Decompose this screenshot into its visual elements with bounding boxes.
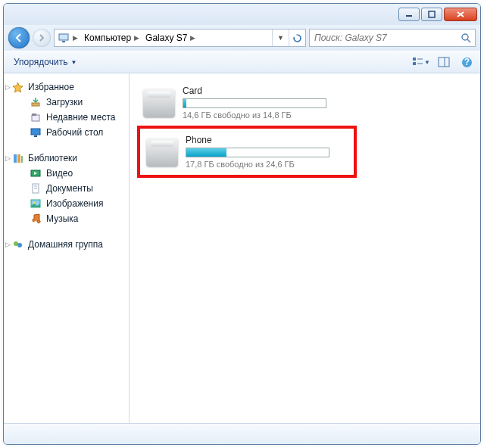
svg-rect-23 (21, 156, 23, 163)
homegroup-icon (11, 238, 23, 250)
svg-rect-4 (59, 34, 68, 40)
usage-bar (186, 148, 329, 157)
drive-name: Phone (186, 135, 348, 145)
organize-label: Упорядочить (14, 57, 67, 67)
help-button[interactable]: ? (457, 54, 476, 70)
preview-pane-button[interactable] (435, 54, 453, 70)
drive-info: Card 14,6 ГБ свободно из 14,8 ГБ (183, 86, 351, 120)
svg-rect-21 (14, 154, 17, 163)
address-bar[interactable]: ▶ Компьютер ▶ Galaxy S7 ▶ ▼ (54, 29, 306, 47)
arrow-right-icon (37, 33, 46, 42)
drive-card[interactable]: Card 14,6 ГБ свободно из 14,8 ГБ (137, 79, 357, 126)
favorites-group: ▷ Избранное Загрузки Недавние места Ра (4, 79, 129, 140)
star-icon (11, 81, 23, 93)
video-icon (30, 167, 42, 179)
item-label: Загрузки (46, 97, 83, 107)
homegroup-group: ▷ Домашняя группа (4, 237, 129, 252)
svg-rect-12 (439, 58, 449, 67)
libraries-header[interactable]: ▷ Библиотеки (4, 151, 129, 166)
homegroup-label: Домашняя группа (28, 239, 103, 250)
refresh-button[interactable] (289, 30, 305, 46)
chevron-right-icon: ▶ (190, 34, 195, 42)
usage-bar (183, 98, 326, 108)
chevron-down-icon: ▼ (70, 59, 77, 66)
chevron-right-icon: ▶ (73, 34, 78, 42)
minimize-icon (405, 11, 413, 18)
chevron-down-icon: ▼ (424, 59, 430, 66)
view-options-button[interactable]: ▼ (412, 54, 430, 70)
item-label: Видео (46, 168, 73, 179)
svg-rect-9 (413, 62, 416, 65)
refresh-icon (292, 33, 302, 43)
item-label: Музыка (46, 213, 78, 224)
close-button[interactable] (444, 8, 477, 21)
item-label: Документы (46, 183, 93, 194)
forward-button[interactable] (33, 29, 51, 47)
svg-line-7 (467, 39, 470, 42)
item-label: Недавние места (46, 112, 115, 123)
svg-rect-19 (31, 129, 40, 135)
crumb-label: Компьютер (84, 33, 131, 43)
svg-rect-16 (32, 103, 39, 106)
svg-rect-8 (413, 58, 416, 61)
drive-subtext: 17,8 ГБ свободно из 24,6 ГБ (186, 160, 348, 169)
sidebar-item-recent[interactable]: Недавние места (4, 110, 129, 125)
crumb-device[interactable]: Galaxy S7 ▶ (142, 30, 198, 46)
crumb-computer-icon[interactable]: ▶ (55, 30, 81, 46)
collapse-icon: ▷ (4, 83, 11, 91)
svg-rect-18 (32, 114, 36, 116)
collapse-icon: ▷ (4, 154, 11, 162)
favorites-header[interactable]: ▷ Избранное (4, 79, 129, 95)
explorer-window: ▶ Компьютер ▶ Galaxy S7 ▶ ▼ (3, 3, 481, 445)
drive-icon (143, 89, 175, 117)
music-icon (30, 213, 42, 225)
chevron-down-icon: ▼ (277, 34, 284, 42)
arrow-left-icon (14, 33, 24, 43)
svg-rect-17 (32, 115, 39, 121)
status-bar (4, 423, 480, 444)
sidebar-item-pictures[interactable]: Изображения (4, 196, 129, 211)
search-input[interactable] (313, 33, 460, 43)
svg-point-31 (17, 243, 22, 247)
documents-icon (30, 182, 42, 194)
maximize-button[interactable] (421, 8, 442, 21)
drive-subtext: 14,6 ГБ свободно из 14,8 ГБ (183, 110, 351, 120)
organize-menu[interactable]: Упорядочить ▼ (8, 54, 82, 70)
svg-rect-1 (429, 11, 435, 17)
pictures-icon (30, 198, 42, 210)
search-box[interactable] (309, 29, 476, 47)
sidebar-item-desktop[interactable]: Рабочий стол (4, 125, 129, 140)
sidebar-item-downloads[interactable]: Загрузки (4, 95, 129, 110)
drive-phone[interactable]: Phone 17,8 ГБ свободно из 24,6 ГБ (137, 126, 357, 178)
item-label: Изображения (46, 198, 103, 209)
chevron-right-icon: ▶ (134, 34, 139, 42)
svg-rect-5 (62, 41, 65, 42)
crumb-computer[interactable]: Компьютер ▶ (81, 30, 142, 46)
body: ▷ Избранное Загрузки Недавние места Ра (4, 73, 480, 423)
history-dropdown[interactable]: ▼ (272, 30, 289, 46)
monitor-icon (58, 32, 70, 44)
favorites-label: Избранное (28, 82, 74, 92)
svg-rect-20 (34, 135, 37, 137)
minimize-button[interactable] (398, 8, 420, 21)
libraries-group: ▷ Библиотеки Видео Документы Изображения (4, 151, 129, 226)
drive-icon (146, 138, 178, 166)
back-button[interactable] (8, 27, 30, 48)
search-icon (460, 32, 472, 44)
pane-icon (438, 57, 450, 67)
nav-bar: ▶ Компьютер ▶ Galaxy S7 ▶ ▼ (4, 25, 480, 51)
help-icon: ? (461, 57, 473, 68)
maximize-icon (428, 11, 436, 18)
sidebar-item-music[interactable]: Музыка (4, 211, 129, 226)
sidebar-item-documents[interactable]: Документы (4, 181, 129, 196)
item-label: Рабочий стол (46, 127, 103, 138)
libraries-icon (11, 152, 23, 164)
drive-name: Card (183, 86, 351, 96)
collapse-icon: ▷ (4, 241, 11, 248)
svg-rect-22 (17, 154, 20, 163)
content-pane: Card 14,6 ГБ свободно из 14,8 ГБ Phone 1… (130, 73, 480, 423)
downloads-icon (30, 96, 42, 108)
sidebar-item-video[interactable]: Видео (4, 166, 129, 181)
homegroup-header[interactable]: ▷ Домашняя группа (4, 237, 129, 252)
svg-point-6 (462, 34, 468, 40)
